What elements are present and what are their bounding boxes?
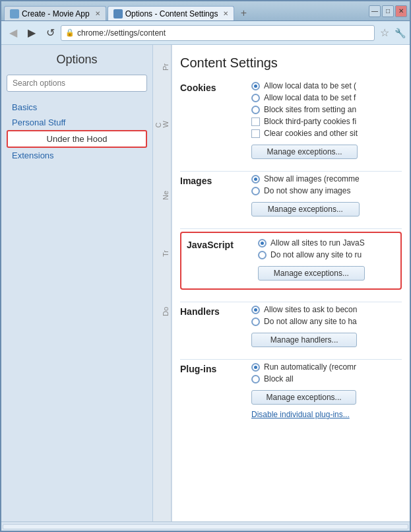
plugins-option-1[interactable]: Run automatically (recomr — [251, 362, 356, 372]
search-input[interactable] — [7, 75, 147, 92]
cookies-section: Cookies Allow local data to be set ( All… — [180, 81, 402, 159]
refresh-button[interactable]: ↺ — [42, 25, 58, 41]
sidebar-nav: Basics Personal Stuff Under the Hood Ext… — [7, 100, 147, 163]
cookies-radio-1[interactable] — [251, 82, 260, 90]
close-button[interactable]: ✕ — [395, 5, 407, 17]
titlebar-tabs: Create - Movie App ✕ Options - Content S… — [4, 1, 369, 20]
tab-label-settings: Options - Content Settings — [125, 9, 218, 18]
cookies-checkbox-1[interactable] — [251, 117, 260, 126]
cookies-check-2[interactable]: Clear cookies and other sit — [251, 129, 358, 138]
images-option-1-text: Show all images (recomme — [264, 174, 360, 183]
bottom-scrollbar[interactable] — [1, 521, 410, 531]
tab-create-movie[interactable]: Create - Movie App ✕ — [4, 6, 106, 20]
images-radio-1[interactable] — [251, 175, 260, 183]
scroll-track[interactable] — [3, 524, 408, 529]
cookies-option-3-text: Block sites from setting an — [264, 105, 356, 114]
left-strip: Pr WC Ne Tr Do — [153, 45, 172, 521]
strip-ne: Ne — [153, 185, 171, 205]
images-manage-button[interactable]: Manage exceptions... — [251, 202, 360, 216]
content-panel: Pr WC Ne Tr Do Content Settings Cookies — [153, 45, 410, 521]
javascript-section: JavaScript Allow all sites to run JavaS … — [180, 232, 402, 290]
plugins-radio-2[interactable] — [251, 375, 260, 383]
cookies-check-1-text: Block third-party cookies fi — [264, 117, 356, 126]
cookies-option-1[interactable]: Allow local data to be set ( — [251, 81, 358, 90]
address-bar[interactable]: 🔒 chrome://settings/content — [61, 25, 375, 41]
cookies-radio-3[interactable] — [251, 106, 260, 114]
images-option-1[interactable]: Show all images (recomme — [251, 174, 360, 183]
settings-title: Content Settings — [180, 55, 402, 71]
cookies-radio-2[interactable] — [251, 94, 260, 102]
settings-content: Content Settings Cookies Allow local dat… — [172, 45, 410, 521]
new-tab-button[interactable]: + — [236, 6, 251, 20]
tab-close-create[interactable]: ✕ — [95, 10, 100, 17]
sidebar-item-extensions[interactable]: Extensions — [7, 148, 147, 163]
plugins-options: Run automatically (recomr Block all Mana… — [251, 362, 356, 419]
plugins-option-2-text: Block all — [264, 374, 294, 383]
tab-content-settings[interactable]: Options - Content Settings ✕ — [108, 6, 235, 20]
bookmark-icon[interactable]: ☆ — [380, 26, 389, 39]
strip-pr: Pr — [153, 58, 171, 76]
cookies-option-1-text: Allow local data to be set ( — [264, 81, 356, 90]
cookies-option-2[interactable]: Allow local data to be set f — [251, 93, 358, 102]
cookies-check-2-text: Clear cookies and other sit — [264, 129, 358, 138]
js-radio-1[interactable] — [258, 239, 267, 248]
cookies-option-3[interactable]: Block sites from setting an — [251, 105, 358, 114]
handlers-label: Handlers — [180, 305, 246, 317]
strip-wc: WC — [153, 116, 171, 133]
handlers-option-1-text: Allow sites to ask to becon — [264, 305, 357, 314]
js-option-2[interactable]: Do not allow any site to ru — [258, 250, 365, 259]
tab-icon-create — [10, 9, 19, 18]
handlers-section: Handlers Allow sites to ask to becon Do … — [180, 305, 402, 347]
wrench-icon[interactable]: 🔧 — [395, 28, 406, 38]
plugins-option-1-text: Run automatically (recomr — [264, 362, 356, 372]
plugins-manage-button[interactable]: Manage exceptions... — [251, 390, 356, 405]
divider-3 — [180, 302, 402, 302]
forward-button[interactable]: ▶ — [24, 25, 40, 41]
handlers-option-2[interactable]: Do not allow any site to ha — [251, 317, 357, 326]
titlebar: Create - Movie App ✕ Options - Content S… — [1, 1, 410, 21]
handlers-radio-2[interactable] — [251, 317, 260, 326]
handlers-option-2-text: Do not allow any site to ha — [264, 317, 357, 326]
plugins-radio-1[interactable] — [251, 363, 260, 372]
sidebar-title: Options — [7, 53, 147, 67]
strip-do: Do — [153, 302, 171, 321]
handlers-radio-1[interactable] — [251, 306, 260, 314]
js-option-2-text: Do not allow any site to ru — [270, 250, 362, 259]
back-button[interactable]: ◀ — [5, 25, 21, 41]
window: Create - Movie App ✕ Options - Content S… — [0, 0, 411, 532]
disable-plugins-link[interactable]: Disable individual plug-ins... — [251, 410, 356, 419]
images-radio-2[interactable] — [251, 187, 260, 195]
images-option-2-text: Do not show any images — [264, 186, 350, 195]
sidebar-item-basics[interactable]: Basics — [7, 100, 147, 115]
cookies-manage-button[interactable]: Manage exceptions... — [251, 145, 358, 159]
images-section: Images Show all images (recomme Do not s… — [180, 174, 402, 216]
navbar: ◀ ▶ ↺ 🔒 chrome://settings/content ☆ 🔧 — [1, 21, 410, 45]
handlers-manage-button[interactable]: Manage handlers... — [251, 333, 357, 347]
images-option-2[interactable]: Do not show any images — [251, 186, 360, 195]
sidebar: Options Basics Personal Stuff Under the … — [1, 45, 153, 521]
cookies-checkbox-2[interactable] — [251, 129, 260, 138]
plugins-option-2[interactable]: Block all — [251, 374, 356, 383]
images-label: Images — [180, 174, 246, 186]
cookies-options: Allow local data to be set ( Allow local… — [251, 81, 358, 159]
plugins-section: Plug-ins Run automatically (recomr Block… — [180, 362, 402, 419]
sidebar-item-personal[interactable]: Personal Stuff — [7, 115, 147, 130]
divider-1 — [180, 171, 402, 172]
js-option-1[interactable]: Allow all sites to run JavaS — [258, 238, 365, 248]
main-area: Options Basics Personal Stuff Under the … — [1, 45, 410, 521]
tab-icon-settings — [113, 9, 123, 18]
page-icon: 🔒 — [65, 28, 75, 37]
minimize-button[interactable]: — — [369, 5, 381, 17]
plugins-label: Plug-ins — [180, 362, 246, 374]
divider-2 — [180, 228, 402, 229]
sidebar-item-under-hood[interactable]: Under the Hood — [7, 130, 147, 148]
js-radio-2[interactable] — [258, 251, 267, 259]
js-option-1-text: Allow all sites to run JavaS — [270, 238, 365, 248]
maximize-button[interactable]: □ — [382, 5, 394, 17]
handlers-option-1[interactable]: Allow sites to ask to becon — [251, 305, 357, 314]
tab-close-settings[interactable]: ✕ — [223, 10, 228, 17]
strip-tr: Tr — [153, 245, 171, 262]
js-manage-button[interactable]: Manage exceptions... — [258, 266, 365, 281]
javascript-options: Allow all sites to run JavaS Do not allo… — [258, 238, 365, 281]
cookies-check-1[interactable]: Block third-party cookies fi — [251, 117, 358, 126]
